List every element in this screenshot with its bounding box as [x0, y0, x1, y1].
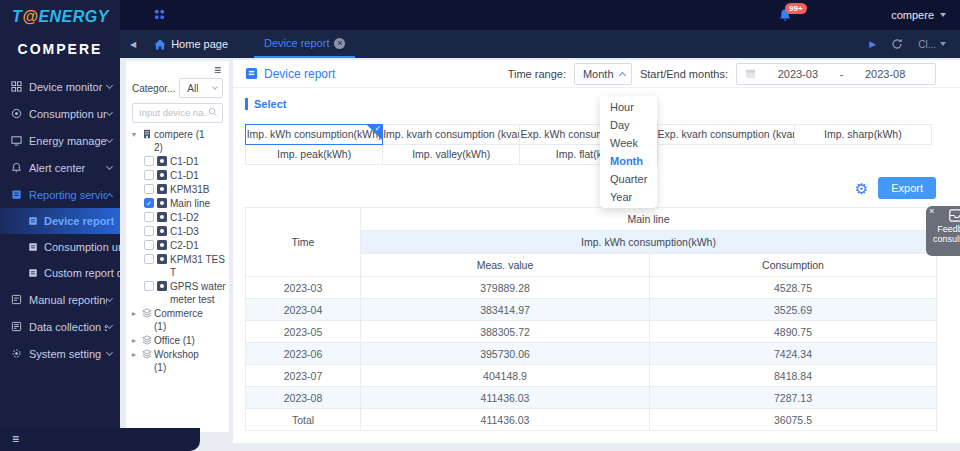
sidebar-subitem-label: Consumption unit ...	[44, 241, 120, 253]
dropdown-option-year[interactable]: Year	[600, 188, 657, 206]
tree-node-group[interactable]: ▸ Office (1)	[132, 334, 227, 347]
tree-node-device[interactable]: C1-D2	[144, 211, 227, 224]
report-table: Time Main line Imp. kWh consumption(kWh)…	[245, 207, 937, 431]
notification-bell-icon[interactable]: 99+	[778, 8, 792, 22]
apps-grid-icon[interactable]	[154, 9, 165, 20]
user-menu[interactable]: compere	[891, 0, 946, 30]
metric-label: Imp. sharp(kWh)	[824, 128, 902, 140]
collapse-menu-icon[interactable]: ≡	[12, 432, 19, 446]
sidebar-subitem-consumption-unit-report[interactable]: Consumption unit ...	[0, 234, 120, 260]
dropdown-option-hour[interactable]: Hour	[600, 98, 657, 116]
checkbox[interactable]	[144, 226, 154, 236]
sidebar-item-energy-management[interactable]: Energy managem...	[0, 127, 120, 154]
tree-node-root[interactable]: ▾ compere (12)	[132, 128, 227, 154]
checkbox[interactable]	[144, 254, 154, 264]
tree-node-group[interactable]: ▸ Commerce (1)	[132, 307, 227, 333]
tree-node-device[interactable]: C1-D1	[144, 169, 227, 182]
chevron-down-icon	[212, 84, 218, 90]
sidebar-item-alert-center[interactable]: Alert center	[0, 154, 120, 181]
cell-consumption: 7287.13	[650, 387, 937, 409]
feedback-label-line2: consultation	[926, 234, 960, 244]
time-range-select[interactable]: Month	[574, 63, 632, 85]
meter-icon	[157, 240, 167, 250]
sidebar-item-label: Alert center	[29, 162, 107, 174]
monitor-grid-icon	[10, 81, 23, 92]
close-tabs-dropdown[interactable]: Cl...	[918, 39, 946, 50]
tree-node-group[interactable]: ▸ Workshop (1)	[132, 348, 227, 374]
tab-device-report[interactable]: Device report ×	[254, 30, 355, 58]
refresh-icon[interactable]	[891, 38, 903, 50]
table-row: 2023-03 379889.28 4528.75	[246, 277, 937, 299]
logo-at-icon: @	[22, 8, 38, 25]
category-select[interactable]: All	[179, 78, 223, 98]
checkbox[interactable]	[144, 184, 154, 194]
metric-cell[interactable]: Imp. kvarh consumption (kvarh)	[382, 124, 520, 145]
caret-collapsed-icon[interactable]: ▸	[132, 334, 142, 347]
meter-icon	[157, 198, 167, 208]
caret-collapsed-icon[interactable]: ▸	[132, 307, 142, 320]
tree-node-device[interactable]: KPM31B	[144, 183, 227, 196]
sidebar-item-label: Data collection sy...	[29, 321, 107, 333]
sider-collapse-bar: ≡	[0, 428, 200, 451]
sidebar-item-data-collection[interactable]: Data collection sy...	[0, 313, 120, 340]
chevron-down-icon	[106, 108, 113, 115]
metric-cell[interactable]: Imp. peak(kWh)	[245, 144, 383, 165]
tree-node-device[interactable]: KPM31 TEST	[144, 253, 227, 279]
col-header-time: Time	[246, 208, 361, 277]
table-settings-gear-icon[interactable]: ⚙	[855, 181, 868, 196]
cell-meas: 404148.9	[361, 365, 650, 387]
page-title: Device report	[264, 67, 335, 81]
checkbox[interactable]	[144, 170, 154, 180]
checkbox[interactable]	[144, 240, 154, 250]
dropdown-option-quarter[interactable]: Quarter	[600, 170, 657, 188]
feedback-widget[interactable]: × Feedback consultation	[926, 206, 960, 256]
chevron-down-icon	[106, 321, 113, 328]
tree-node-device-main-line[interactable]: ✓ Main line	[144, 197, 227, 210]
checkbox-checked[interactable]: ✓	[144, 198, 154, 208]
tree-node-device[interactable]: C1-D1	[144, 155, 227, 168]
sidebar-item-consumption-unit[interactable]: Consumption unit	[0, 100, 120, 127]
sidebar-item-device-monitor[interactable]: Device monitor	[0, 73, 120, 100]
device-header: Main line	[361, 208, 937, 231]
top-header: 99+ compere	[120, 0, 960, 30]
dropdown-option-day[interactable]: Day	[600, 116, 657, 134]
chevron-down-icon	[940, 42, 946, 46]
sidebar-item-manual-reporting[interactable]: Manual reporting	[0, 286, 120, 313]
panel-menu-icon[interactable]: ≡	[214, 63, 221, 77]
export-button[interactable]: Export	[878, 177, 936, 199]
metric-cell-selected[interactable]: Imp. kWh consumption(kWh) ✓	[245, 124, 383, 145]
sidebar-subitem-device-report[interactable]: Device report	[0, 208, 120, 234]
sidebar-subitem-custom-report[interactable]: Custom report dis...	[0, 260, 120, 286]
tabs-back-icon[interactable]: ◀	[130, 40, 136, 49]
cell-time: 2023-06	[246, 343, 361, 365]
report-icon	[10, 189, 23, 200]
checkbox[interactable]	[144, 281, 154, 291]
tree-node-device[interactable]: C1-D3	[144, 225, 227, 238]
month-range-picker[interactable]: 2023-03 - 2023-08	[736, 63, 936, 85]
category-label: Categor...	[132, 83, 175, 94]
calendar-icon	[745, 68, 756, 79]
dropdown-option-week[interactable]: Week	[600, 134, 657, 152]
metric-cell[interactable]: Imp. valley(kWh)	[382, 144, 520, 165]
sidebar-item-reporting-services[interactable]: Reporting services	[0, 181, 120, 208]
metric-cell[interactable]: Exp. kvarh consumption (kvarh)	[657, 124, 795, 145]
metric-cell[interactable]: Imp. sharp(kWh)	[794, 124, 932, 145]
home-icon	[154, 39, 166, 50]
caret-expanded-icon[interactable]: ▾	[132, 128, 142, 141]
table-row: 2023-07 404148.9 8418.84	[246, 365, 937, 387]
tree-node-device[interactable]: C2-D1	[144, 239, 227, 252]
close-icon[interactable]: ×	[929, 206, 934, 216]
sidebar-item-system-setting[interactable]: System setting	[0, 340, 120, 367]
cell-time: 2023-03	[246, 277, 361, 299]
tree-node-device[interactable]: GPRS water meter test	[144, 280, 227, 306]
checkbox[interactable]	[144, 212, 154, 222]
caret-collapsed-icon[interactable]: ▸	[132, 348, 142, 361]
chevron-down-icon	[106, 135, 113, 142]
close-tab-icon[interactable]: ×	[334, 38, 345, 49]
tree-node-label: C1-D1	[170, 155, 226, 168]
tab-home-page[interactable]: Home page	[144, 30, 238, 58]
dropdown-option-month[interactable]: Month	[600, 152, 657, 170]
cell-meas: 411436.03	[361, 387, 650, 409]
checkbox[interactable]	[144, 156, 154, 166]
tabs-forward-icon[interactable]: ▶	[869, 39, 876, 49]
